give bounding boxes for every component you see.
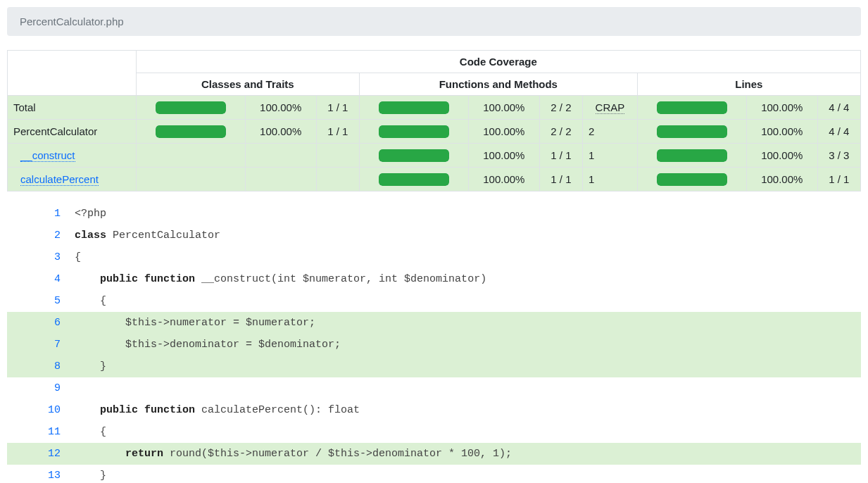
source-line: 9 — [7, 377, 861, 399]
coverage-header-classes: Classes and Traits — [136, 73, 359, 96]
empty-cell — [245, 168, 316, 192]
functions-bar — [359, 168, 468, 192]
progress-bar — [657, 173, 727, 186]
functions-bar — [359, 120, 468, 144]
source-line: 7 $this->denominator = $denominator; — [7, 334, 861, 356]
table-row: PercentCalculator100.00%1 / 1100.00%2 / … — [8, 120, 861, 144]
line-number[interactable]: 12 — [7, 443, 70, 465]
line-number[interactable]: 9 — [7, 377, 70, 399]
empty-cell — [316, 168, 359, 192]
crap-value: 2 — [583, 120, 638, 144]
line-code: { — [70, 290, 861, 312]
lines-bar — [637, 168, 746, 192]
line-code: class PercentCalculator — [70, 225, 861, 246]
empty-cell — [316, 144, 359, 168]
source-code: 1<?php2class PercentCalculator3{4 public… — [7, 203, 861, 483]
source-line: 13 } — [7, 465, 861, 483]
line-code: public function __construct(int $numerat… — [70, 268, 861, 290]
lines-ratio: 3 / 3 — [817, 144, 860, 168]
source-line: 1<?php — [7, 203, 861, 225]
line-code: $this->numerator = $numerator; — [70, 312, 861, 334]
line-number[interactable]: 2 — [7, 225, 70, 246]
progress-bar — [657, 149, 727, 162]
crap-value: 1 — [583, 144, 638, 168]
line-number[interactable]: 3 — [7, 246, 70, 268]
method-link[interactable]: __construct — [20, 149, 75, 162]
source-line: 6 $this->numerator = $numerator; — [7, 312, 861, 334]
functions-pct: 100.00% — [468, 120, 539, 144]
crap-value: 1 — [583, 168, 638, 192]
line-code: return round($this->numerator / $this->d… — [70, 443, 861, 465]
lines-pct: 100.00% — [746, 168, 817, 192]
functions-ratio: 1 / 1 — [539, 168, 582, 192]
coverage-header-functions: Functions and Methods — [359, 73, 637, 96]
coverage-table: Code Coverage Classes and Traits Functio… — [7, 50, 861, 192]
classes-pct: 100.00% — [245, 120, 316, 144]
functions-pct: 100.00% — [468, 168, 539, 192]
progress-bar — [156, 125, 226, 138]
progress-bar — [379, 173, 449, 186]
row-name: PercentCalculator — [8, 120, 137, 144]
breadcrumb: PercentCalculator.php — [7, 7, 861, 36]
functions-bar — [359, 96, 468, 120]
empty-cell — [136, 144, 245, 168]
progress-bar — [379, 149, 449, 162]
line-code: public function calculatePercent(): floa… — [70, 399, 861, 421]
coverage-header-blank — [8, 51, 137, 96]
lines-bar — [637, 120, 746, 144]
progress-bar — [156, 101, 226, 114]
line-number[interactable]: 7 — [7, 334, 70, 356]
line-number[interactable]: 13 — [7, 465, 70, 483]
line-code: <?php — [70, 203, 861, 225]
line-code: } — [70, 356, 861, 377]
classes-ratio: 1 / 1 — [316, 96, 359, 120]
lines-ratio: 4 / 4 — [817, 96, 860, 120]
source-line: 4 public function __construct(int $numer… — [7, 268, 861, 290]
empty-cell — [245, 144, 316, 168]
line-number[interactable]: 10 — [7, 399, 70, 421]
classes-pct: 100.00% — [245, 96, 316, 120]
line-number[interactable]: 6 — [7, 312, 70, 334]
source-line: 8 } — [7, 356, 861, 377]
progress-bar — [657, 125, 727, 138]
line-number[interactable]: 11 — [7, 421, 70, 443]
progress-bar — [379, 101, 449, 114]
line-number[interactable]: 8 — [7, 356, 70, 377]
lines-ratio: 1 / 1 — [817, 168, 860, 192]
crap-header: CRAP — [583, 96, 638, 120]
functions-bar — [359, 144, 468, 168]
source-line: 3{ — [7, 246, 861, 268]
functions-ratio: 1 / 1 — [539, 144, 582, 168]
lines-bar — [637, 144, 746, 168]
empty-cell — [136, 168, 245, 192]
classes-bar — [136, 120, 245, 144]
progress-bar — [657, 101, 727, 114]
source-line: 5 { — [7, 290, 861, 312]
line-code: { — [70, 246, 861, 268]
line-number[interactable]: 1 — [7, 203, 70, 225]
functions-pct: 100.00% — [468, 96, 539, 120]
line-number[interactable]: 4 — [7, 268, 70, 290]
functions-ratio: 2 / 2 — [539, 120, 582, 144]
method-link[interactable]: calculatePercent — [20, 173, 99, 186]
functions-pct: 100.00% — [468, 144, 539, 168]
classes-bar — [136, 96, 245, 120]
source-line: 10 public function calculatePercent(): f… — [7, 399, 861, 421]
line-code: { — [70, 421, 861, 443]
lines-pct: 100.00% — [746, 144, 817, 168]
coverage-header-main: Code Coverage — [136, 51, 860, 73]
table-row: Total100.00%1 / 1100.00%2 / 2CRAP100.00%… — [8, 96, 861, 120]
table-row: calculatePercent100.00%1 / 11100.00%1 / … — [8, 168, 861, 192]
lines-pct: 100.00% — [746, 96, 817, 120]
line-code: $this->denominator = $denominator; — [70, 334, 861, 356]
line-code: } — [70, 465, 861, 483]
line-number[interactable]: 5 — [7, 290, 70, 312]
classes-ratio: 1 / 1 — [316, 120, 359, 144]
lines-ratio: 4 / 4 — [817, 120, 860, 144]
lines-pct: 100.00% — [746, 120, 817, 144]
source-line: 11 { — [7, 421, 861, 443]
lines-bar — [637, 96, 746, 120]
table-row: __construct100.00%1 / 11100.00%3 / 3 — [8, 144, 861, 168]
row-name: Total — [8, 96, 137, 120]
coverage-header-lines: Lines — [637, 73, 860, 96]
